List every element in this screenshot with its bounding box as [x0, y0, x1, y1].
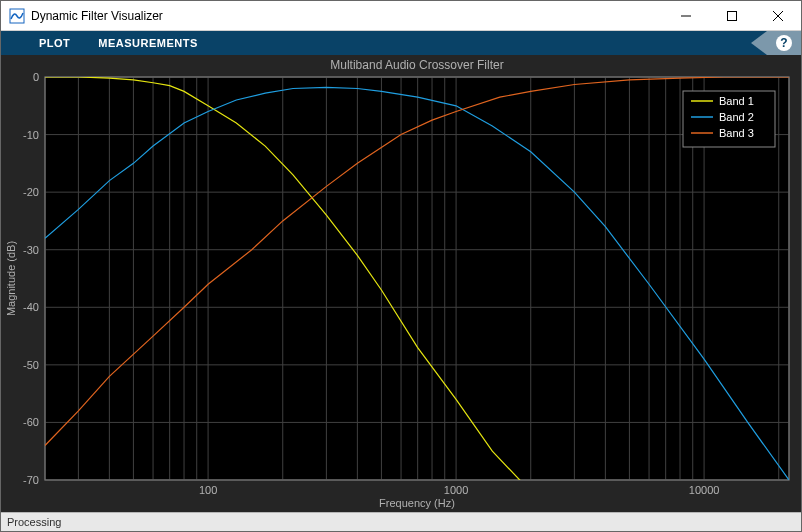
svg-text:Frequency (Hz): Frequency (Hz) [379, 497, 455, 509]
svg-text:Band 2: Band 2 [719, 111, 754, 123]
svg-text:100: 100 [199, 484, 217, 496]
svg-text:-70: -70 [23, 474, 39, 486]
svg-rect-2 [728, 11, 737, 20]
window-title: Dynamic Filter Visualizer [31, 9, 663, 23]
svg-text:-50: -50 [23, 359, 39, 371]
minimize-button[interactable] [663, 1, 709, 30]
tab-measurements[interactable]: MEASUREMENTS [84, 31, 212, 55]
svg-text:1000: 1000 [444, 484, 468, 496]
titlebar: Dynamic Filter Visualizer [1, 1, 801, 31]
svg-text:0: 0 [33, 71, 39, 83]
svg-text:-20: -20 [23, 186, 39, 198]
maximize-button[interactable] [709, 1, 755, 30]
help-icon: ? [776, 35, 792, 51]
status-text: Processing [7, 516, 61, 528]
status-bar: Processing [1, 512, 801, 531]
svg-text:Multiband Audio Crossover Filt: Multiband Audio Crossover Filter [330, 58, 503, 72]
svg-text:-60: -60 [23, 416, 39, 428]
chart-area[interactable]: -70-60-50-40-30-20-100100100010000Multib… [1, 55, 801, 512]
svg-text:Band 1: Band 1 [719, 95, 754, 107]
svg-text:-30: -30 [23, 244, 39, 256]
svg-text:-10: -10 [23, 129, 39, 141]
svg-text:Band 3: Band 3 [719, 127, 754, 139]
svg-text:-40: -40 [23, 301, 39, 313]
close-button[interactable] [755, 1, 801, 30]
svg-rect-5 [45, 77, 789, 480]
svg-text:10000: 10000 [689, 484, 720, 496]
tab-label: PLOT [39, 37, 70, 49]
svg-text:Magnitude (dB): Magnitude (dB) [5, 241, 17, 316]
tab-plot[interactable]: PLOT [25, 31, 84, 55]
app-icon [9, 8, 25, 24]
toolbar: PLOT MEASUREMENTS ? [1, 31, 801, 55]
tab-label: MEASUREMENTS [98, 37, 198, 49]
help-button[interactable]: ? [767, 31, 801, 55]
